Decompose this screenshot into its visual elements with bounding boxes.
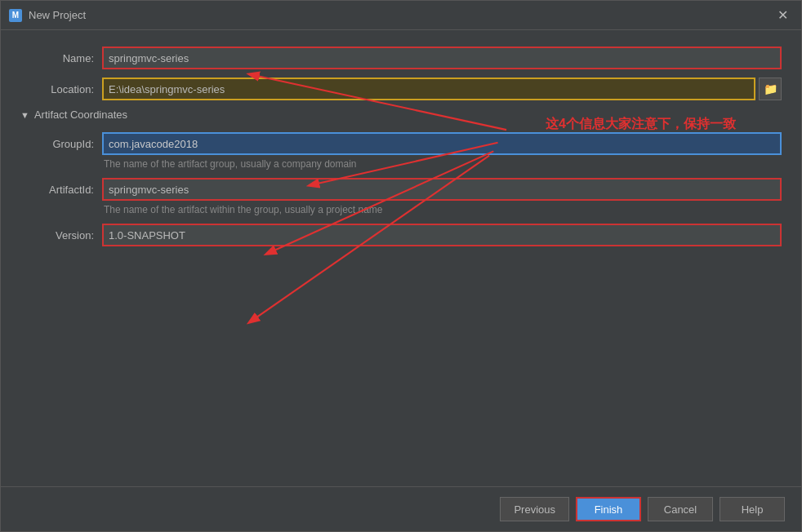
section-toggle[interactable]: ▼ <box>20 110 29 120</box>
groupid-label: GroupId: <box>20 138 94 150</box>
dialog-content: 这4个信息大家注意下，保持一致 Name: Location: <box>1 30 801 486</box>
new-project-dialog: M New Project ✕ 这4个信息大家注意下，保持一致 Nam <box>0 0 802 532</box>
artifactid-label: ArtifactId: <box>20 184 94 196</box>
dialog-footer: Previous Finish Cancel Help <box>1 486 801 531</box>
app-icon: M <box>9 9 22 22</box>
cancel-button[interactable]: Cancel <box>648 497 713 521</box>
dialog-title: New Project <box>29 9 766 21</box>
groupid-hint: The name of the artifact group, usually … <box>104 158 782 170</box>
groupid-input[interactable] <box>102 132 782 155</box>
close-button[interactable]: ✕ <box>773 6 793 24</box>
name-label: Name: <box>20 52 94 64</box>
location-label: Location: <box>20 83 94 95</box>
artifactid-input[interactable] <box>102 178 782 201</box>
location-row: Location: 📁 <box>20 78 782 100</box>
help-button[interactable]: Help <box>720 497 785 521</box>
version-row: Version: <box>20 224 782 246</box>
name-input[interactable] <box>102 47 782 69</box>
version-input[interactable] <box>102 224 782 246</box>
browse-button[interactable]: 📁 <box>759 78 782 100</box>
artifactid-hint: The name of the artifact within the grou… <box>104 204 782 215</box>
artifactid-row: ArtifactId: <box>20 178 782 201</box>
previous-button[interactable]: Previous <box>500 497 569 521</box>
finish-button[interactable]: Finish <box>576 497 641 521</box>
version-label: Version: <box>20 229 94 242</box>
section-title: Artifact Coordinates <box>34 109 127 121</box>
location-input[interactable] <box>102 78 755 100</box>
groupid-row: GroupId: <box>20 132 782 155</box>
artifact-section-header: ▼ Artifact Coordinates <box>20 109 782 121</box>
title-bar: M New Project ✕ <box>1 1 801 30</box>
name-row: Name: <box>20 47 782 69</box>
location-wrapper: 📁 <box>102 78 782 100</box>
